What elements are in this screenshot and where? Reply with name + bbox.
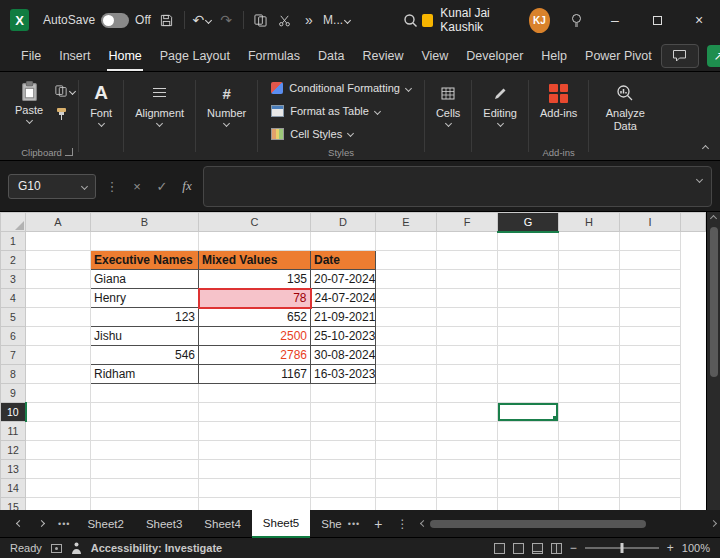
cell-H12[interactable] bbox=[559, 441, 620, 460]
cell-F4[interactable] bbox=[437, 289, 498, 308]
alignment-button[interactable]: Alignment bbox=[127, 76, 192, 126]
horizontal-scrollbar[interactable] bbox=[421, 518, 716, 530]
macro-record-icon[interactable] bbox=[51, 544, 62, 553]
cell-H7[interactable] bbox=[559, 346, 620, 365]
cell-C2[interactable]: Mixed Values bbox=[199, 251, 311, 270]
page-layout-view-icon[interactable] bbox=[532, 543, 543, 554]
cell-G15[interactable] bbox=[498, 498, 559, 511]
cell-E13[interactable] bbox=[376, 460, 437, 479]
cell-C11[interactable] bbox=[199, 422, 311, 441]
zoom-slider-knob[interactable] bbox=[620, 543, 623, 553]
vertical-scroll-thumb[interactable] bbox=[710, 227, 718, 377]
cell-C5[interactable]: 652 bbox=[199, 308, 311, 327]
cell-I8[interactable] bbox=[620, 365, 681, 384]
cell-B9[interactable] bbox=[91, 384, 199, 403]
cell-G14[interactable] bbox=[498, 479, 559, 498]
minimize-button[interactable]: – bbox=[594, 0, 636, 40]
cell-D12[interactable] bbox=[311, 441, 376, 460]
cell-B7[interactable]: 546 bbox=[91, 346, 199, 365]
cell-C12[interactable] bbox=[199, 441, 311, 460]
cell-E4[interactable] bbox=[376, 289, 437, 308]
enter-button[interactable]: ✓ bbox=[153, 179, 171, 194]
cell-D10[interactable] bbox=[311, 403, 376, 422]
share-button[interactable]: ↗ bbox=[707, 45, 720, 67]
collapse-ribbon-chevron-icon[interactable] bbox=[702, 145, 709, 152]
select-all-button[interactable] bbox=[1, 213, 26, 232]
cell-I6[interactable] bbox=[620, 327, 681, 346]
cell-A7[interactable] bbox=[26, 346, 91, 365]
normal-view-icon[interactable] bbox=[513, 543, 524, 554]
cell-G11[interactable] bbox=[498, 422, 559, 441]
cell-H1[interactable] bbox=[559, 232, 620, 251]
sheet-tab-sheet2[interactable]: Sheet2 bbox=[76, 510, 134, 538]
cell-H10[interactable] bbox=[559, 403, 620, 422]
editing-button[interactable]: Editing bbox=[475, 76, 525, 126]
row-header-14[interactable]: 14 bbox=[1, 479, 26, 498]
row-header-7[interactable]: 7 bbox=[1, 346, 26, 365]
accessibility-status[interactable]: Accessibility: Investigate bbox=[91, 542, 222, 554]
cell-B12[interactable] bbox=[91, 441, 199, 460]
formula-bar-dots-icon[interactable]: ⋮ bbox=[103, 179, 121, 194]
cut-button[interactable] bbox=[273, 7, 297, 33]
name-box[interactable]: G10 bbox=[8, 174, 96, 199]
cell-C3[interactable]: 135 bbox=[199, 270, 311, 289]
cell-A3[interactable] bbox=[26, 270, 91, 289]
cell-F8[interactable] bbox=[437, 365, 498, 384]
cell-F3[interactable] bbox=[437, 270, 498, 289]
cell-E6[interactable] bbox=[376, 327, 437, 346]
cell-D4[interactable]: 24-07-2024 bbox=[311, 289, 376, 308]
zoom-in-button[interactable]: + bbox=[667, 541, 674, 555]
sheet-tab-sheet5-active[interactable]: Sheet5 bbox=[252, 510, 310, 538]
row-header-1[interactable]: 1 bbox=[1, 232, 26, 251]
tab-formulas[interactable]: Formulas bbox=[239, 41, 309, 71]
cell-B3[interactable]: Giana bbox=[91, 270, 199, 289]
number-button[interactable]: # Number bbox=[199, 76, 254, 126]
cell-A9[interactable] bbox=[26, 384, 91, 403]
cell-I4[interactable] bbox=[620, 289, 681, 308]
cell-E14[interactable] bbox=[376, 479, 437, 498]
cell-F10[interactable] bbox=[437, 403, 498, 422]
cell-C1[interactable] bbox=[199, 232, 311, 251]
sheet-tab-sheet3[interactable]: Sheet3 bbox=[135, 510, 193, 538]
cell-E15[interactable] bbox=[376, 498, 437, 511]
cell-G9[interactable] bbox=[498, 384, 559, 403]
row-header-2[interactable]: 2 bbox=[1, 251, 26, 270]
cell-I11[interactable] bbox=[620, 422, 681, 441]
cell-I13[interactable] bbox=[620, 460, 681, 479]
redo-button[interactable]: ↷ bbox=[214, 7, 238, 33]
cell-G6[interactable] bbox=[498, 327, 559, 346]
tell-me-button[interactable] bbox=[564, 7, 588, 33]
cell-H11[interactable] bbox=[559, 422, 620, 441]
cell-H9[interactable] bbox=[559, 384, 620, 403]
cell-B5[interactable]: 123 bbox=[91, 308, 199, 327]
cell-A13[interactable] bbox=[26, 460, 91, 479]
cell-H2[interactable] bbox=[559, 251, 620, 270]
copy-button[interactable] bbox=[249, 7, 273, 33]
cell-E3[interactable] bbox=[376, 270, 437, 289]
copy-split-button[interactable] bbox=[55, 85, 75, 97]
cell-C14[interactable] bbox=[199, 479, 311, 498]
cell-E5[interactable] bbox=[376, 308, 437, 327]
cell-B15[interactable] bbox=[91, 498, 199, 511]
cell-I10[interactable] bbox=[620, 403, 681, 422]
cell-E8[interactable] bbox=[376, 365, 437, 384]
tab-view[interactable]: View bbox=[412, 41, 457, 71]
quick-access-overflow-button[interactable]: » bbox=[297, 7, 321, 33]
formula-input[interactable] bbox=[203, 166, 712, 207]
cell-D3[interactable]: 20-07-2024 bbox=[311, 270, 376, 289]
insert-function-button[interactable]: fx bbox=[178, 178, 196, 194]
cell-F7[interactable] bbox=[437, 346, 498, 365]
row-header-13[interactable]: 13 bbox=[1, 460, 26, 479]
vertical-scrollbar[interactable] bbox=[706, 212, 720, 510]
cell-I5[interactable] bbox=[620, 308, 681, 327]
row-header-5[interactable]: 5 bbox=[1, 308, 26, 327]
sheet-nav-right-icon[interactable] bbox=[30, 521, 52, 526]
cell-B13[interactable] bbox=[91, 460, 199, 479]
sheet-view-icon[interactable] bbox=[494, 543, 505, 554]
cell-I9[interactable] bbox=[620, 384, 681, 403]
cell-F1[interactable] bbox=[437, 232, 498, 251]
cell-A10[interactable] bbox=[26, 403, 91, 422]
formula-bar-expand-chevron-icon[interactable] bbox=[696, 175, 703, 182]
cell-H14[interactable] bbox=[559, 479, 620, 498]
cell-A4[interactable] bbox=[26, 289, 91, 308]
